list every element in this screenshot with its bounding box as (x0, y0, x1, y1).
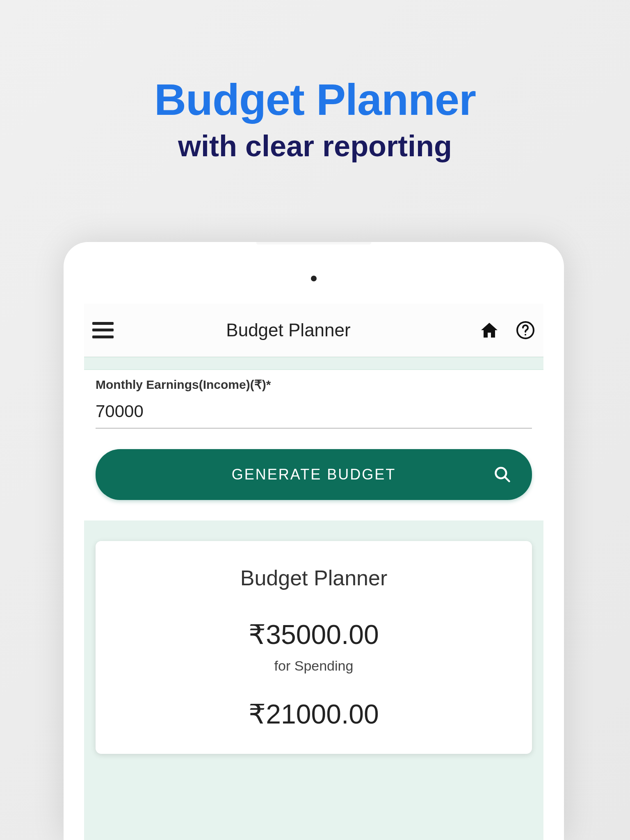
result-card-title: Budget Planner (112, 566, 516, 590)
income-label: Monthly Earnings(Income)(₹)* (96, 377, 532, 392)
second-amount: ₹21000.00 (112, 698, 516, 730)
search-icon (493, 466, 511, 484)
results-area: Budget Planner ₹35000.00 for Spending ₹2… (84, 520, 543, 840)
input-section: Monthly Earnings(Income)(₹)* (84, 370, 543, 429)
income-input[interactable] (96, 397, 532, 429)
result-card: Budget Planner ₹35000.00 for Spending ₹2… (96, 541, 532, 754)
spending-label: for Spending (112, 658, 516, 674)
promo-title: Budget Planner (0, 74, 630, 125)
camera-dot (311, 276, 317, 281)
spending-amount: ₹35000.00 (112, 619, 516, 651)
divider-strip (84, 357, 543, 370)
generate-button-label: GENERATE BUDGET (232, 466, 396, 483)
svg-point-1 (525, 334, 526, 336)
app-bar: Budget Planner (84, 304, 543, 357)
device-notch (256, 242, 371, 244)
home-icon[interactable] (479, 320, 499, 340)
promo-subtitle: with clear reporting (0, 129, 630, 163)
svg-line-3 (505, 477, 509, 482)
app-screen: Budget Planner Monthly Earnings(Income)(… (84, 304, 543, 840)
generate-budget-button[interactable]: GENERATE BUDGET (96, 449, 532, 500)
app-bar-title: Budget Planner (97, 320, 479, 340)
help-icon[interactable] (516, 320, 535, 340)
device-frame: Budget Planner Monthly Earnings(Income)(… (64, 242, 564, 840)
